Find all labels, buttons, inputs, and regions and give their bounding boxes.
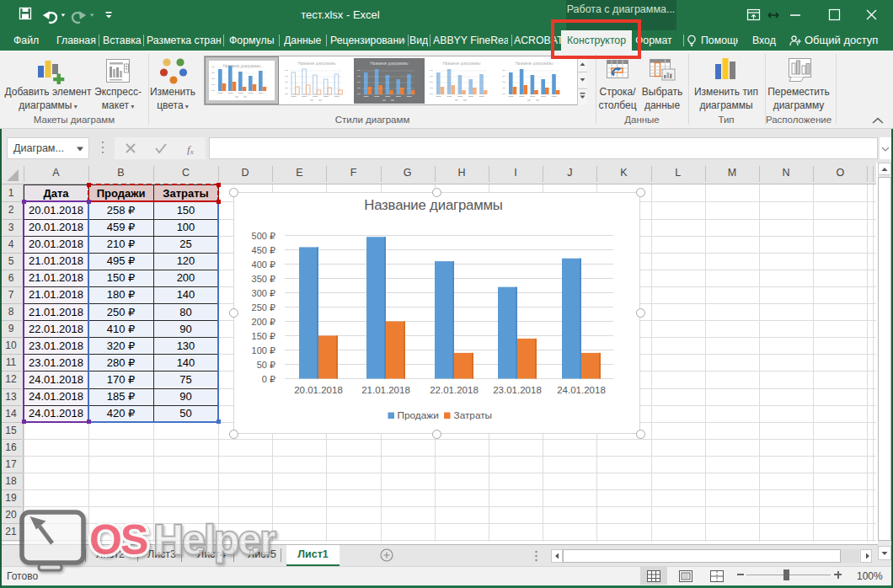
svg-text:fx: fx: [187, 143, 194, 155]
svg-text:200 ₽: 200 ₽: [252, 317, 275, 327]
svg-text:100 ₽: 100 ₽: [252, 345, 275, 355]
svg-text:22.01.2018: 22.01.2018: [430, 385, 479, 395]
svg-text:Продажи: Продажи: [398, 409, 439, 421]
svg-text:20.01.2018: 20.01.2018: [294, 385, 343, 395]
svg-text:150 ₽: 150 ₽: [252, 331, 275, 341]
svg-text:Название диаграммы: Название диаграммы: [515, 61, 553, 66]
svg-text:50 ₽: 50 ₽: [257, 360, 275, 370]
svg-text:23.01.2018: 23.01.2018: [493, 385, 542, 395]
svg-text:400 ₽: 400 ₽: [252, 259, 275, 270]
svg-text:Затраты: Затраты: [454, 409, 493, 421]
svg-text:300 ₽: 300 ₽: [252, 288, 275, 298]
svg-text:Название диаграммы: Название диаграммы: [442, 61, 480, 66]
svg-text:450 ₽: 450 ₽: [252, 245, 275, 255]
svg-text:350 ₽: 350 ₽: [252, 274, 275, 284]
svg-text:0 ₽: 0 ₽: [262, 374, 275, 384]
svg-text:24.01.2018: 24.01.2018: [557, 385, 606, 395]
svg-text:250 ₽: 250 ₽: [252, 302, 275, 313]
svg-text:Название диаграммы: Название диаграммы: [297, 61, 335, 66]
svg-text:OS: OS: [89, 516, 147, 564]
svg-text:500 ₽: 500 ₽: [252, 231, 275, 241]
svg-text:Helper: Helper: [153, 516, 275, 564]
svg-text:Название диаграммы: Название диаграммы: [370, 61, 408, 66]
svg-text:21.01.2018: 21.01.2018: [361, 385, 410, 395]
